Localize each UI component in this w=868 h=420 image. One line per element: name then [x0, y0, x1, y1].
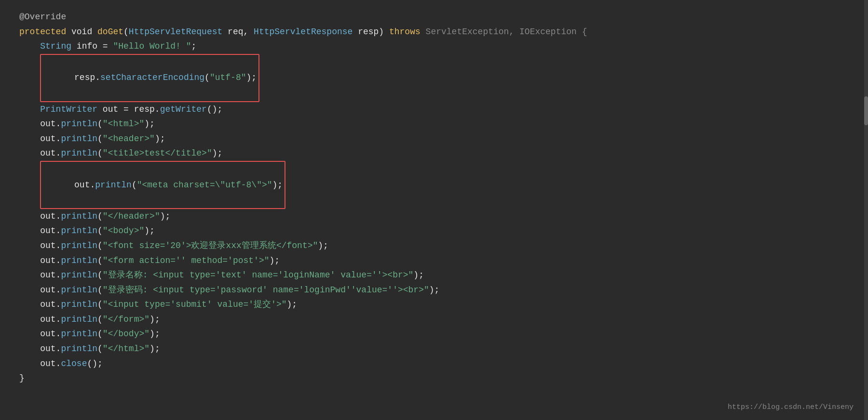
line-closing-brace: }: [19, 371, 849, 386]
scrollbar-thumb[interactable]: [864, 96, 868, 125]
keyword-protected: protected: [19, 25, 66, 39]
highlighted-meta-charset: out.println("<meta charset=\"utf-8\">");: [40, 161, 285, 209]
line-form-close: out. println ( "</form>" );: [19, 312, 849, 327]
line-string-info: String info = "Hello World! " ;: [19, 39, 849, 54]
line-header-close: out. println ( "</header>" );: [19, 209, 849, 224]
line-method-signature: protected void doGet ( HttpServletReques…: [19, 25, 849, 39]
method-name: doGet: [97, 25, 123, 39]
line-out-close: out. close ();: [19, 356, 849, 371]
line-set-encoding: resp.setCharacterEncoding("utf-8");: [19, 54, 849, 102]
line-body-close: out. println ( "</body>" );: [19, 327, 849, 341]
scrollbar[interactable]: [864, 0, 868, 420]
line-meta-charset: out.println("<meta charset=\"utf-8\">");: [19, 161, 849, 209]
line-header-open: out. println ( "<header>" );: [19, 131, 849, 146]
code-editor: @Override protected void doGet ( HttpSer…: [0, 0, 868, 395]
line-login-pwd: out. println ( "登录密码: <input type='passw…: [19, 283, 849, 298]
line-body-open: out. println ( "<body>" );: [19, 223, 849, 238]
line-login-name: out. println ( "登录名称: <input type='text'…: [19, 268, 849, 283]
line-override: @Override: [19, 10, 849, 25]
line-title: out. println ( "<title>test</title>" );: [19, 146, 849, 161]
line-form-open: out. println ( "<form action='' method='…: [19, 253, 849, 268]
url-watermark: https://blog.csdn.net/Vinseny: [728, 403, 854, 411]
line-submit: out. println ( "<input type='submit' val…: [19, 297, 849, 312]
line-printwriter: PrintWriter out = resp. getWriter ();: [19, 102, 849, 117]
line-font: out. println ( "<font size='20'>欢迎登录xxx管…: [19, 238, 849, 253]
highlighted-set-encoding: resp.setCharacterEncoding("utf-8");: [40, 54, 259, 102]
line-html-open: out. println ( "<html>" );: [19, 117, 849, 131]
line-html-close: out. println ( "</html>" );: [19, 341, 849, 356]
annotation: @Override: [19, 10, 66, 25]
